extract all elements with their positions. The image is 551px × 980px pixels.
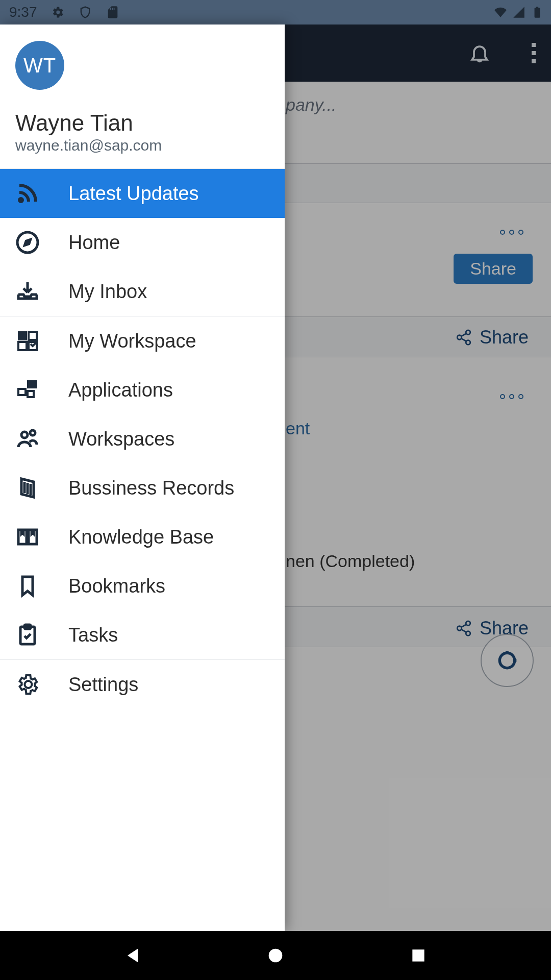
compass-icon bbox=[15, 230, 40, 255]
profile-name: Wayne Tian bbox=[15, 110, 269, 136]
inbox-icon bbox=[15, 279, 40, 304]
svg-rect-13 bbox=[18, 389, 26, 395]
svg-rect-11 bbox=[18, 342, 27, 350]
apps-icon bbox=[15, 378, 40, 402]
nav-label: Home bbox=[68, 232, 120, 254]
drawer-profile[interactable]: WT Wayne Tian wayne.tian@sap.com bbox=[0, 24, 285, 169]
home-icon[interactable] bbox=[265, 945, 286, 966]
status-right bbox=[494, 6, 544, 19]
people-icon bbox=[15, 427, 40, 451]
nav-label: Tasks bbox=[68, 624, 118, 646]
shield-icon bbox=[78, 5, 92, 19]
status-left: 9:37 bbox=[9, 4, 120, 20]
android-status-bar: 9:37 bbox=[0, 0, 551, 24]
nav-drawer: WT Wayne Tian wayne.tian@sap.com Latest … bbox=[0, 24, 285, 931]
nav-item-tasks[interactable]: Tasks bbox=[0, 610, 285, 659]
svg-point-7 bbox=[18, 198, 23, 203]
nav-label: Knowledge Base bbox=[68, 526, 214, 548]
wifi-icon bbox=[494, 6, 507, 19]
bookmark-icon bbox=[15, 574, 40, 598]
records-icon bbox=[15, 476, 40, 500]
svg-rect-20 bbox=[412, 949, 424, 961]
nav-label: Workspaces bbox=[68, 428, 174, 450]
nav-label: Bookmarks bbox=[68, 575, 165, 597]
nav-label: My Inbox bbox=[68, 281, 147, 303]
android-nav-bar bbox=[0, 931, 551, 980]
gear-icon bbox=[51, 5, 65, 19]
svg-rect-14 bbox=[28, 391, 34, 397]
nav-item-business-records[interactable]: Bussiness Records bbox=[0, 463, 285, 512]
nav-item-latest-updates[interactable]: Latest Updates bbox=[0, 169, 285, 218]
gear-icon bbox=[15, 672, 40, 697]
book-icon bbox=[15, 525, 40, 549]
nav-item-settings[interactable]: Settings bbox=[0, 660, 285, 709]
nav-label: Latest Updates bbox=[68, 183, 199, 205]
nav-item-bookmarks[interactable]: Bookmarks bbox=[0, 561, 285, 610]
nav-item-my-inbox[interactable]: My Inbox bbox=[0, 267, 285, 316]
signal-icon bbox=[512, 6, 525, 19]
clipboard-check-icon bbox=[15, 623, 40, 647]
avatar: WT bbox=[15, 41, 64, 90]
nav-label: Settings bbox=[68, 674, 138, 696]
profile-email: wayne.tian@sap.com bbox=[15, 137, 269, 154]
dashboard-icon bbox=[15, 329, 40, 353]
svg-rect-9 bbox=[18, 332, 27, 340]
sd-card-icon bbox=[106, 5, 120, 19]
nav-item-applications[interactable]: Applications bbox=[0, 365, 285, 414]
svg-rect-12 bbox=[28, 381, 37, 388]
svg-rect-10 bbox=[29, 332, 37, 340]
battery-icon bbox=[531, 6, 544, 19]
status-time: 9:37 bbox=[9, 4, 37, 20]
nav-label: Bussiness Records bbox=[68, 477, 234, 499]
nav-item-knowledge-base[interactable]: Knowledge Base bbox=[0, 512, 285, 561]
nav-item-my-workspace[interactable]: My Workspace bbox=[0, 316, 285, 365]
viewport: 9:37 pany... Share Share ent nen (Comple… bbox=[0, 0, 551, 980]
svg-point-19 bbox=[269, 949, 283, 963]
nav-list: Latest Updates Home My Inbox My Workspac… bbox=[0, 169, 285, 931]
back-icon[interactable] bbox=[122, 945, 143, 966]
svg-point-15 bbox=[21, 432, 28, 438]
svg-point-16 bbox=[30, 430, 35, 435]
recents-icon[interactable] bbox=[408, 945, 429, 966]
nav-item-home[interactable]: Home bbox=[0, 218, 285, 267]
nav-label: My Workspace bbox=[68, 330, 196, 352]
nav-label: Applications bbox=[68, 379, 173, 401]
nav-item-workspaces[interactable]: Workspaces bbox=[0, 414, 285, 463]
feed-icon bbox=[15, 181, 40, 206]
